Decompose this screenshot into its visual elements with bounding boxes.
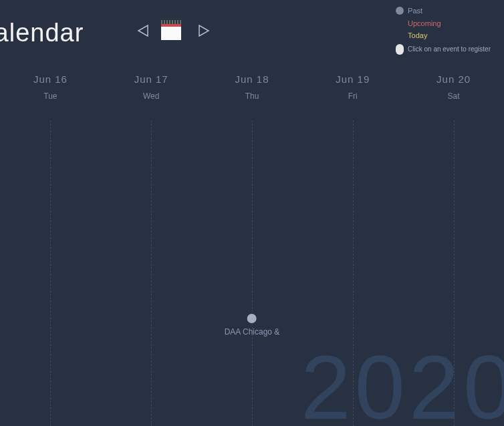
day-column: Jun 19 Fri [302,73,403,426]
day-date: Jun 16 [0,73,101,85]
day-divider [353,120,354,426]
legend-past: Past [396,5,491,17]
day-divider [252,120,253,426]
svg-marker-0 [138,25,148,36]
day-date: Jun 18 [202,73,303,85]
legend-today-label: Today [408,30,427,41]
pill-icon [396,44,404,55]
day-column: Jun 18 Thu DAA Chicago & [202,73,303,426]
legend: Past Upcoming Today Click on an event to… [396,5,491,55]
day-date: Jun 20 [403,73,504,85]
day-divider [454,120,455,426]
legend-today: Today [396,30,491,41]
day-column: Jun 20 Sat [403,73,504,426]
day-dow: Sat [403,91,504,101]
day-date: Jun 17 [101,73,202,85]
next-triangle-icon [197,24,210,37]
day-dow: Thu [202,91,303,101]
legend-upcoming: Upcoming [396,18,491,29]
day-dow: Fri [302,91,403,101]
calendar-event[interactable]: DAA Chicago & [225,314,280,337]
next-button[interactable] [197,24,210,37]
day-column: Jun 16 Tue [0,73,101,426]
event-title: DAA Chicago & [225,327,280,337]
legend-past-label: Past [408,5,422,17]
day-divider [151,120,152,426]
today-button[interactable] [161,20,181,40]
svg-marker-1 [199,25,209,36]
day-column: Jun 17 Wed [101,73,202,426]
event-dot-icon [247,314,257,323]
dot-icon [396,7,404,15]
legend-click-hint: Click on an event to register [396,44,491,55]
legend-upcoming-label: Upcoming [408,18,441,29]
day-dow: Tue [0,91,101,101]
prev-triangle-icon [137,24,150,37]
day-divider [50,120,51,426]
page-title: ts Calendar [0,19,84,47]
prev-button[interactable] [137,24,150,37]
legend-click-text: Click on an event to register [408,44,491,54]
calendar-days: Jun 16 Tue Jun 17 Wed Jun 18 Thu DAA Chi… [0,73,504,426]
day-date: Jun 19 [302,73,403,85]
notepad-icon [161,20,181,40]
day-dow: Wed [101,91,202,101]
